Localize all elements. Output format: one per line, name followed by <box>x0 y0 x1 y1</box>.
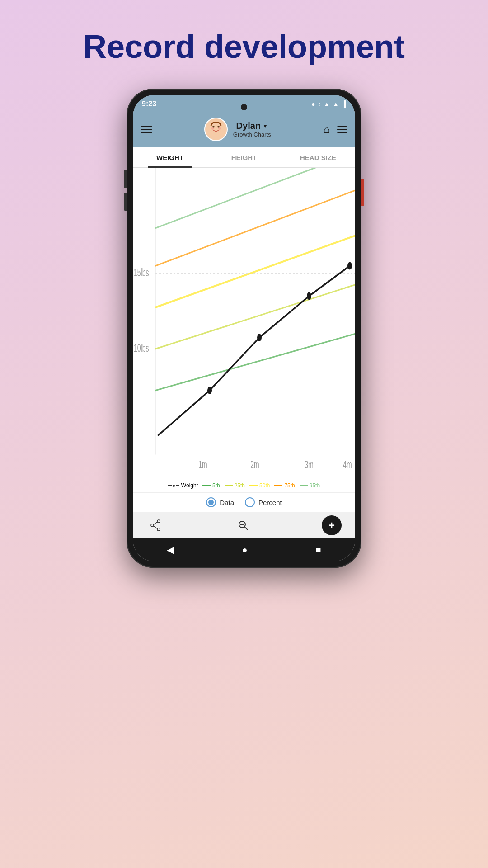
home-nav-button[interactable]: ● <box>242 545 247 555</box>
status-icons: ● ↕ ▲ ▲ ▐ <box>311 100 346 108</box>
svg-text:10lbs: 10lbs <box>134 343 149 354</box>
recents-button[interactable]: ■ <box>315 545 321 555</box>
svg-point-4 <box>211 127 214 130</box>
tab-height[interactable]: HEIGHT <box>207 147 281 167</box>
page-header: Record development <box>0 0 488 80</box>
bottom-toolbar: + <box>133 512 355 538</box>
tab-head-size[interactable]: HEAD SIZE <box>281 147 355 167</box>
notification-icon: ● <box>311 100 315 108</box>
legend-5th: 5th <box>202 482 220 489</box>
legend-50th: 50th <box>249 482 270 489</box>
toggle-data[interactable]: Data <box>206 497 234 507</box>
volume-up-button <box>124 170 127 188</box>
tab-weight[interactable]: WEIGHT <box>133 147 207 167</box>
back-button[interactable]: ◀ <box>167 544 174 555</box>
zoom-out-icon <box>237 519 249 531</box>
chart-legend: Weight 5th 25th 50th <box>133 482 355 489</box>
share-button[interactable] <box>146 516 164 534</box>
sync-icon: ↕ <box>318 100 321 108</box>
page-title: Record development <box>9 27 479 66</box>
share-icon <box>150 519 161 531</box>
add-button[interactable]: + <box>322 515 342 535</box>
legend-weight: Weight <box>168 482 198 489</box>
avatar <box>204 118 228 141</box>
phone-device: 9:23 ● ↕ ▲ ▲ ▐ <box>127 89 361 568</box>
hamburger-menu-icon[interactable] <box>141 126 152 133</box>
list-icon[interactable] <box>337 126 347 133</box>
zoom-out-button[interactable] <box>234 516 252 534</box>
radio-data[interactable] <box>206 497 216 507</box>
svg-line-12 <box>155 190 355 266</box>
svg-line-14 <box>155 285 355 349</box>
app-bar: Dylan ▼ Growth Charts ⌂ <box>133 113 355 147</box>
child-name: Dylan <box>236 121 261 131</box>
child-subtitle: Growth Charts <box>233 131 271 138</box>
radio-percent[interactable] <box>245 497 255 507</box>
svg-line-30 <box>244 527 248 530</box>
svg-line-28 <box>154 526 157 528</box>
chart-area: 15lbs 10lbs <box>133 168 355 492</box>
svg-text:1m: 1m <box>198 459 207 470</box>
phone-screen: 9:23 ● ↕ ▲ ▲ ▐ <box>133 95 355 561</box>
battery-icon: ▐ <box>342 100 346 108</box>
svg-text:4m: 4m <box>343 459 352 470</box>
dropdown-arrow-icon[interactable]: ▼ <box>263 123 268 129</box>
svg-text:3m: 3m <box>305 459 313 470</box>
svg-point-24 <box>157 520 160 523</box>
toggle-percent[interactable]: Percent <box>245 497 282 507</box>
volume-down-button <box>124 193 127 211</box>
signal-icon: ▲ <box>333 100 339 108</box>
svg-point-18 <box>307 292 311 300</box>
camera <box>241 104 247 110</box>
status-time: 9:23 <box>142 100 156 108</box>
svg-text:2m: 2m <box>250 459 259 470</box>
tabs-bar: WEIGHT HEIGHT HEAD SIZE <box>133 147 355 168</box>
legend-75th: 75th <box>274 482 295 489</box>
svg-text:15lbs: 15lbs <box>134 267 149 278</box>
wifi-icon: ▲ <box>324 100 330 108</box>
toggle-row: Data Percent <box>133 492 355 512</box>
app-bar-right: ⌂ <box>324 123 347 136</box>
growth-chart-svg: 15lbs 10lbs <box>133 168 355 492</box>
svg-point-19 <box>347 262 352 270</box>
app-bar-center: Dylan ▼ Growth Charts <box>204 118 271 141</box>
phone-shell: 9:23 ● ↕ ▲ ▲ ▐ <box>127 89 361 568</box>
name-row: Dylan ▼ <box>236 121 268 131</box>
baby-avatar-image <box>205 118 227 141</box>
svg-point-5 <box>218 127 221 130</box>
legend-25th: 25th <box>225 482 245 489</box>
legend-95th: 95th <box>300 482 320 489</box>
app-bar-name: Dylan ▼ Growth Charts <box>233 121 271 138</box>
power-button <box>361 179 364 206</box>
nav-bar: ◀ ● ■ <box>133 538 355 561</box>
svg-point-16 <box>207 387 212 395</box>
svg-line-13 <box>155 236 355 308</box>
svg-point-25 <box>157 528 160 531</box>
svg-line-11 <box>155 168 355 228</box>
svg-point-26 <box>151 524 154 527</box>
home-icon[interactable]: ⌂ <box>324 123 330 136</box>
svg-line-27 <box>154 522 157 524</box>
svg-point-17 <box>257 334 262 342</box>
